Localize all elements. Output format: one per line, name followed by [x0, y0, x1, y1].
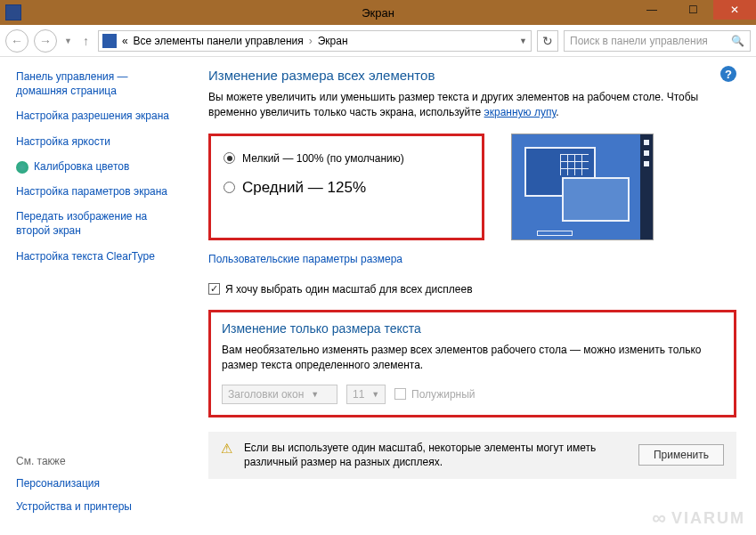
help-icon[interactable]: ? — [720, 66, 736, 82]
warning-text: Если вы используете один масштаб, некото… — [244, 441, 630, 471]
search-input[interactable]: Поиск в панели управления 🔍 — [564, 30, 751, 52]
warning-icon: ⚠ — [221, 441, 235, 455]
see-also-personalization[interactable]: Персонализация — [16, 476, 132, 490]
bold-label: Полужирный — [411, 388, 476, 401]
sidebar-item-resolution[interactable]: Настройка разрешения экрана — [16, 109, 178, 123]
footer-bar: ⚠ Если вы используете один масштаб, неко… — [208, 432, 736, 480]
recent-dropdown[interactable]: ▼ — [62, 36, 74, 45]
breadcrumb-2[interactable]: Экран — [318, 35, 348, 47]
radio-small[interactable]: Мелкий — 100% (по умолчанию) — [224, 152, 469, 165]
checkbox-icon: ✓ — [208, 283, 220, 295]
chevron-down-icon: ▼ — [311, 390, 319, 399]
main-panel: ? Изменение размера всех элементов Вы мо… — [189, 57, 756, 535]
sidebar-item-cleartype[interactable]: Настройка текста ClearType — [16, 249, 178, 263]
element-select[interactable]: Заголовки окон▼ — [222, 385, 337, 404]
sidebar-item-project[interactable]: Передать изображение на второй экран — [16, 209, 178, 238]
magnifier-link[interactable]: экранную лупу — [484, 106, 557, 118]
sidebar-item-calibrate[interactable]: Калибровка цветов — [34, 159, 178, 174]
up-button[interactable]: ↑ — [79, 34, 93, 48]
text-size-desc: Вам необязательно изменять размер всех э… — [222, 343, 723, 374]
see-also-devices[interactable]: Устройства и принтеры — [16, 499, 132, 514]
system-menu-icon[interactable] — [5, 4, 21, 20]
control-panel-icon — [102, 34, 117, 48]
search-icon: 🔍 — [731, 35, 744, 47]
address-bar[interactable]: « Все элементы панели управления › Экран… — [98, 30, 532, 52]
size-select[interactable]: 11▼ — [346, 385, 386, 404]
back-button[interactable]: ← — [5, 29, 28, 53]
breadcrumb-1[interactable]: Все элементы панели управления — [134, 35, 304, 47]
breadcrumb-sep: › — [309, 35, 313, 47]
see-also-header: См. также — [16, 455, 132, 467]
bold-checkbox[interactable]: Полужирный — [394, 388, 476, 401]
infinity-icon: ∞ — [652, 507, 668, 530]
sidebar-item-home[interactable]: Панель управления — домашняя страница — [16, 69, 178, 98]
navbar: ← → ▼ ↑ « Все элементы панели управления… — [0, 25, 756, 57]
radio-medium-label: Средний — 125% — [242, 179, 366, 197]
apply-button[interactable]: Применить — [638, 444, 724, 466]
sidebar-item-brightness[interactable]: Настройка яркости — [16, 134, 178, 149]
single-scale-label: Я хочу выбрать один масштаб для всех дис… — [225, 283, 473, 296]
refresh-button[interactable]: ↻ — [537, 30, 558, 52]
scale-radio-group: Мелкий — 100% (по умолчанию) Средний — 1… — [208, 134, 484, 240]
display-preview — [511, 134, 654, 240]
page-description: Вы можете увеличить или уменьшить размер… — [208, 90, 736, 121]
single-scale-checkbox[interactable]: ✓ Я хочу выбрать один масштаб для всех д… — [208, 283, 736, 296]
maximize-button[interactable]: ☐ — [672, 0, 713, 20]
breadcrumb-prefix: « — [122, 35, 128, 47]
search-placeholder: Поиск в панели управления — [570, 35, 708, 47]
radio-icon — [224, 182, 235, 193]
page-title: Изменение размера всех элементов — [208, 68, 736, 83]
text-size-section: Изменение только размера текста Вам необ… — [208, 310, 736, 417]
text-size-title: Изменение только размера текста — [222, 321, 723, 336]
see-also: См. также Персонализация Устройства и пр… — [16, 455, 132, 523]
checkbox-icon — [394, 388, 406, 400]
address-dropdown-icon[interactable]: ▼ — [519, 36, 527, 45]
radio-medium[interactable]: Средний — 125% — [224, 179, 469, 197]
radio-icon — [224, 152, 235, 164]
sidebar-item-display-settings[interactable]: Настройка параметров экрана — [16, 184, 178, 199]
custom-size-link[interactable]: Пользовательские параметры размера — [208, 253, 402, 265]
titlebar: Экран — ☐ ✕ — [0, 0, 756, 25]
minimize-button[interactable]: — — [631, 0, 672, 20]
chevron-down-icon: ▼ — [371, 390, 379, 399]
sidebar: Панель управления — домашняя страница На… — [0, 57, 189, 535]
watermark: ∞ VIARUM — [652, 507, 745, 530]
radio-small-label: Мелкий — 100% (по умолчанию) — [242, 152, 404, 165]
forward-button[interactable]: → — [34, 29, 57, 53]
close-button[interactable]: ✕ — [713, 0, 756, 20]
window-title: Экран — [362, 6, 394, 20]
